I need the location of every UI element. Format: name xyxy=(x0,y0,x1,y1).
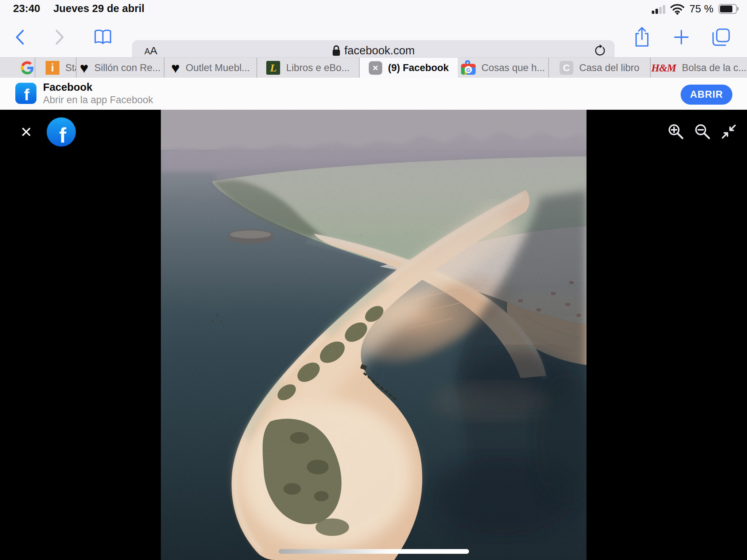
facebook-f-glyph: f xyxy=(59,123,66,147)
google-g-icon xyxy=(21,61,34,74)
google-travel-favicon: G xyxy=(461,60,476,75)
tab-bar: i Sta ♥ Sillón con Re... ♥ Outlet Muebl.… xyxy=(0,57,747,78)
reload-icon xyxy=(593,43,606,58)
tab-label: Libros e eBo... xyxy=(286,62,349,74)
chevron-left-icon xyxy=(15,29,24,45)
bookmarks-button[interactable] xyxy=(91,17,115,57)
google-favicon xyxy=(21,61,34,74)
tab-label: Outlet Muebl... xyxy=(186,62,250,74)
casa-del-libro-favicon: L xyxy=(266,61,280,75)
letter-c-favicon: C xyxy=(560,61,573,75)
clock: 23:40 xyxy=(13,3,40,15)
close-photo-button[interactable]: × xyxy=(16,121,36,142)
date: Jueves 29 de abril xyxy=(53,3,144,15)
suitcase-g-letter: G xyxy=(465,66,472,73)
lock-icon xyxy=(332,45,341,57)
close-tab-button[interactable]: × xyxy=(369,61,382,75)
tab-label: Sta xyxy=(65,62,77,74)
tab-outlet[interactable]: ♥ Outlet Muebl... xyxy=(165,58,257,78)
safari-toolbar: AAAA facebook.com xyxy=(0,17,747,57)
facebook-logo[interactable]: f xyxy=(47,117,76,147)
facebook-f-glyph: f xyxy=(24,86,30,104)
back-button[interactable] xyxy=(9,17,30,57)
forward-button[interactable] xyxy=(50,17,70,57)
tab-label: (9) Facebook xyxy=(388,62,449,74)
banner-app-name: Facebook xyxy=(43,81,92,93)
url-text: facebook.com xyxy=(344,44,415,57)
zoom-out-button[interactable] xyxy=(692,121,713,142)
tab-google[interactable] xyxy=(0,58,35,78)
orange-i-favicon: i xyxy=(46,61,59,75)
tab-hm[interactable]: H&M Bolsa de la c... xyxy=(651,58,747,78)
hm-logo-favicon: H&M xyxy=(651,62,676,74)
ipad-screen: 23:40 Jueves 29 de abril 75 % xyxy=(0,0,747,560)
open-app-button[interactable]: ABRIR xyxy=(681,85,732,105)
tab-sillon[interactable]: ♥ Sillón con Re... xyxy=(77,58,165,78)
smart-app-banner: f Facebook Abrir en la app Facebook ABRI… xyxy=(0,78,747,110)
share-icon xyxy=(634,27,650,47)
chevron-right-icon xyxy=(55,29,65,45)
close-icon: × xyxy=(21,122,32,141)
plus-icon xyxy=(674,30,689,45)
tabs-icon xyxy=(712,28,731,47)
tab-libros[interactable]: L Libros e eBo... xyxy=(257,58,360,78)
book-icon xyxy=(94,29,112,45)
tab-label: Sillón con Re... xyxy=(94,62,161,74)
heart-favicon: ♥ xyxy=(171,61,180,75)
status-bar: 23:40 Jueves 29 de abril 75 % xyxy=(0,0,747,17)
photo-scrubber[interactable] xyxy=(279,549,469,554)
tab-label: Bolsa de la c... xyxy=(682,62,746,74)
tab-cosas[interactable]: G Cosas que h... xyxy=(458,58,549,78)
tab-facebook-active[interactable]: × (9) Facebook xyxy=(360,58,458,78)
tab-label: Casa del libro xyxy=(579,62,639,74)
tab-label: Cosas que h... xyxy=(481,62,545,74)
facebook-app-icon: f xyxy=(15,83,36,104)
collapse-arrows-icon xyxy=(721,124,737,140)
battery-percentage: 75 % xyxy=(689,3,713,15)
new-tab-button[interactable] xyxy=(670,17,693,57)
wifi-icon xyxy=(670,4,684,15)
reload-button[interactable] xyxy=(591,42,608,59)
zoom-in-button[interactable] xyxy=(666,121,686,142)
tab-casa-del-libro[interactable]: C Casa del libro xyxy=(549,58,651,78)
cellular-signal-icon xyxy=(652,4,665,14)
exit-fullscreen-button[interactable] xyxy=(719,122,738,141)
aerial-photo xyxy=(161,110,587,560)
status-left: 23:40 Jueves 29 de abril xyxy=(13,3,144,15)
status-right: 75 % xyxy=(652,3,737,15)
share-button[interactable] xyxy=(630,17,654,57)
zoom-in-icon xyxy=(667,123,685,140)
photo-viewer: × f xyxy=(0,110,747,560)
zoom-out-icon xyxy=(694,123,711,140)
banner-subtitle: Abrir en la app Facebook xyxy=(43,94,153,106)
tab-stabilo[interactable]: i Sta xyxy=(35,58,77,78)
battery-icon xyxy=(719,4,737,14)
tab-switcher-button[interactable] xyxy=(708,17,734,57)
heart-favicon: ♥ xyxy=(80,61,89,75)
